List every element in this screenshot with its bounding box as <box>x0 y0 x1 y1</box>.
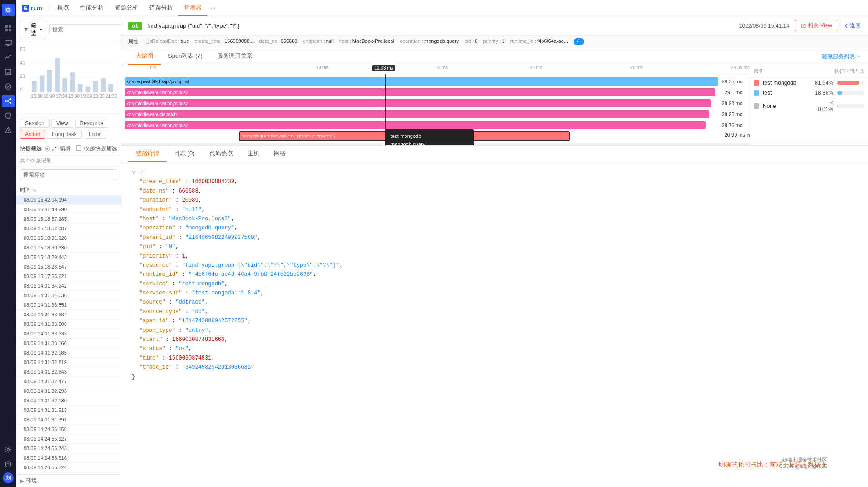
record-item[interactable]: 08/09 14:24:55.516 <box>16 453 121 463</box>
chart-bars <box>31 47 117 94</box>
record-item[interactable]: 08/09 14:31:31.913 <box>16 406 121 415</box>
resize-handle[interactable]: • • • <box>121 143 750 145</box>
tab-flame[interactable]: 火焰图 <box>128 48 161 65</box>
record-item[interactable]: 08/09 14:31:32.819 <box>16 358 121 367</box>
tab-error[interactable]: Error <box>84 130 106 139</box>
collapse-icon[interactable]: ▽ <box>132 169 135 176</box>
edit-icon[interactable] <box>51 145 57 152</box>
tab-view[interactable]: View <box>51 119 73 128</box>
record-item[interactable]: 08/09 14:31:32.643 <box>16 367 121 377</box>
record-item[interactable]: 08/09 15:18:31.328 <box>16 233 121 243</box>
record-item[interactable]: 08/09 14:31:31.391 <box>16 415 121 425</box>
nav-security[interactable] <box>2 109 15 122</box>
record-item[interactable]: 08/09 14:31:32.130 <box>16 396 121 406</box>
record-list: 08/09 15:42:04.194 08/09 15:41:49.690 08… <box>16 195 121 487</box>
flame-bar-3[interactable]: koa.middleware dispatch <box>125 110 709 118</box>
filter-group-env[interactable]: ▶ 环境 <box>16 475 121 487</box>
nav-alerts[interactable] <box>2 124 15 137</box>
tag-search-input[interactable] <box>20 169 117 180</box>
record-item[interactable]: 08/09 15:42:04.194 <box>16 195 121 205</box>
tab-network[interactable]: 网络 <box>267 146 293 162</box>
left-search-input[interactable] <box>49 24 124 35</box>
record-item[interactable]: 08/09 14:31:32.293 <box>16 386 121 396</box>
svg-rect-43 <box>108 84 113 92</box>
record-item[interactable]: 08/09 14:31:33.333 <box>16 329 121 339</box>
tab-service-calls[interactable]: 服务调用关系 <box>210 48 260 65</box>
filter-button[interactable]: 筛选 <box>20 20 46 39</box>
record-item[interactable]: 08/09 14:31:32.477 <box>16 377 121 386</box>
nav-overview[interactable]: 概览 <box>52 0 75 16</box>
flame-bar-1[interactable]: koa.middleware <anonymous> <box>125 88 715 96</box>
nav-perf[interactable]: 性能分析 <box>75 0 109 16</box>
nav-logs[interactable] <box>2 66 15 78</box>
collect-icon[interactable] <box>76 145 81 152</box>
record-item[interactable]: 08/09 15:41:49.690 <box>16 205 121 214</box>
nav-settings[interactable] <box>2 443 15 456</box>
record-item[interactable]: 08/09 14:31:34.036 <box>16 291 121 300</box>
json-body: "create_time" : 1660030884239, "date_ns"… <box>139 177 857 372</box>
record-item[interactable]: 08/09 14:24:55.743 <box>16 444 121 453</box>
record-item[interactable]: 08/09 15:18:57.285 <box>16 214 121 224</box>
user-avatar[interactable]: 刘 <box>3 472 14 483</box>
flame-row-1: koa.middleware <anonymous> 29.1 ms <box>121 87 750 98</box>
svg-point-14 <box>5 100 7 102</box>
record-item[interactable]: 08/09 14:31:33.684 <box>16 310 121 320</box>
record-item[interactable]: 08/09 15:18:29.443 <box>16 253 121 262</box>
prop-pid: pid : 0 <box>465 38 478 45</box>
nav-apm[interactable] <box>2 51 15 64</box>
record-item[interactable]: 08/09 14:24:55.324 <box>16 463 121 472</box>
nav-more[interactable]: ··· <box>207 0 219 16</box>
nav-resource[interactable]: 资源分析 <box>109 0 144 16</box>
status-badge: ok <box>128 22 142 30</box>
record-item[interactable]: 08/09 14:31:34.242 <box>16 281 121 291</box>
flame-bar-0[interactable]: koa.request GET /api/group/list <box>125 77 718 86</box>
nav-tracing[interactable] <box>2 95 15 107</box>
tab-resource[interactable]: Resource <box>75 119 108 128</box>
nav-viewer[interactable]: 查看器 <box>178 0 207 16</box>
record-item[interactable]: 08/09 15:18:52.087 <box>16 224 121 233</box>
tab-action[interactable]: Action <box>20 130 45 139</box>
flame-bar-current[interactable]: mongodb.query find yapi.group {"uid":"?"… <box>240 132 569 140</box>
svg-rect-47 <box>76 146 81 150</box>
svg-rect-34 <box>40 76 45 93</box>
svg-text:?: ? <box>7 462 9 467</box>
more-props-badge[interactable]: 7+ <box>574 38 584 45</box>
nav-product-logo: G rum <box>22 5 50 12</box>
timeline-current: 12.63 ms <box>372 65 395 71</box>
tab-host[interactable]: 主机 <box>240 146 267 162</box>
tab-code-hotspot[interactable]: 代码热点 <box>202 146 240 162</box>
related-view-button[interactable]: 相关 View <box>795 20 838 31</box>
tab-trace-detail[interactable]: 链路详情 <box>128 146 167 162</box>
record-item[interactable]: 08/09 15:18:30.330 <box>16 243 121 253</box>
nav-monitor[interactable] <box>2 36 15 49</box>
nav-error[interactable]: 错误分析 <box>144 0 178 16</box>
tab-session[interactable]: Session <box>20 119 50 128</box>
left-toolbar: 筛选 <box>16 16 121 43</box>
time-sort-header[interactable]: 时间 <box>16 183 121 195</box>
top-nav: G rum 概览 性能分析 资源分析 错误分析 查看器 ··· <box>16 0 868 16</box>
record-item[interactable]: 08/09 14:31:32.985 <box>16 348 121 358</box>
back-button[interactable]: 返回 <box>843 22 861 30</box>
sidebar-nav: G ? 刘 <box>0 0 16 487</box>
flame-bar-4[interactable]: koa.middleware <anonymous> <box>125 121 706 129</box>
record-item[interactable]: 08/09 15:17:55.621 <box>16 272 121 281</box>
record-item[interactable]: 08/09 14:31:33.508 <box>16 320 121 329</box>
record-count: 共 132 条记录 <box>16 156 121 167</box>
main-content: G rum 概览 性能分析 资源分析 错误分析 查看器 ··· 筛选 <box>16 0 868 487</box>
tab-longtask[interactable]: Long Task <box>47 130 82 139</box>
tab-logs[interactable]: 日志 (0) <box>167 146 202 162</box>
record-item[interactable]: 08/09 14:31:33.166 <box>16 339 121 348</box>
hide-service-list[interactable]: 隐藏服务列表 <box>822 53 861 61</box>
tab-spanlist[interactable]: Span列表 (7) <box>161 48 210 65</box>
settings-icon[interactable] <box>45 146 50 152</box>
flame-bar-2[interactable]: koa.middleware <anonymous> <box>125 99 711 107</box>
record-item[interactable]: 08/09 15:18:28.547 <box>16 262 121 272</box>
nav-ci[interactable] <box>2 80 15 93</box>
flame-row-4: koa.middleware <anonymous> 28.76 ms <box>121 120 750 131</box>
record-item[interactable]: 08/09 14:24:56.158 <box>16 425 121 434</box>
svg-rect-5 <box>9 29 11 31</box>
nav-rum[interactable] <box>2 22 15 35</box>
record-item[interactable]: 08/09 14:24:55.927 <box>16 434 121 444</box>
nav-help[interactable]: ? <box>2 458 15 471</box>
record-item[interactable]: 08/09 14:31:33.851 <box>16 300 121 310</box>
